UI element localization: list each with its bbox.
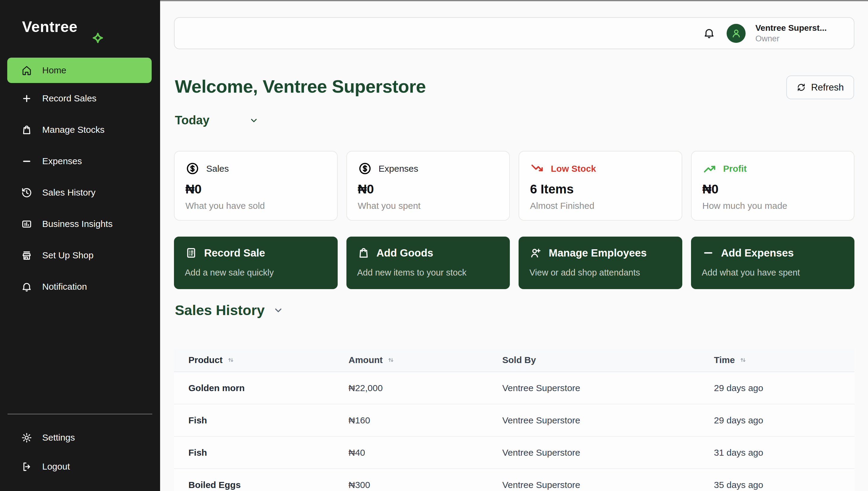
topbar: Ventree Superst... Owner (174, 17, 855, 49)
stat-value: ₦0 (185, 182, 202, 197)
sidebar-item-sales-history[interactable]: Sales History (7, 180, 152, 205)
stat-subtitle: What you spent (358, 201, 421, 211)
cell-product: Boiled Eggs (174, 480, 348, 490)
sidebar-item-label: Notification (42, 282, 87, 292)
table-row: Golden morn ₦22,000 Ventree Superstore 2… (174, 372, 855, 404)
table-row: Fish ₦40 Ventree Superstore 31 days ago (174, 437, 855, 469)
sidebar-item-label: Sales History (42, 187, 96, 198)
cell-time: 29 days ago (714, 415, 855, 426)
stat-value: 6 Items (530, 182, 574, 197)
chevron-down-icon[interactable] (273, 305, 284, 316)
sidebar-item-logout[interactable]: Logout (7, 454, 152, 479)
home-icon (21, 65, 32, 76)
column-label: Time (714, 355, 735, 365)
action-title: Record Sale (204, 247, 265, 259)
bar-chart-icon (21, 219, 32, 230)
refresh-button[interactable]: Refresh (786, 76, 854, 99)
add-goods-card[interactable]: Add Goods Add new items to your stock (346, 237, 510, 289)
record-sale-card[interactable]: Record Sale Add a new sale quickly (174, 237, 338, 289)
user-menu[interactable]: Ventree Superst... Owner (755, 23, 827, 44)
logo-text: Ventree (22, 19, 78, 35)
table-header-row: Product Amount Sold By Time (174, 349, 855, 372)
stat-label: Sales (206, 164, 229, 174)
sidebar-footer-nav: Settings Logout (0, 425, 160, 479)
notification-bell-icon[interactable] (703, 27, 715, 39)
history-icon (21, 187, 32, 198)
add-expenses-card[interactable]: Add Expenses Add what you have spent (691, 237, 855, 289)
minus-icon (21, 156, 32, 167)
sidebar-item-label: Expenses (42, 156, 82, 166)
sidebar-item-set-up-shop[interactable]: Set Up Shop (7, 242, 152, 268)
cell-amount: ₦160 (348, 415, 502, 426)
page-title: Welcome, Ventree Superstore (175, 76, 426, 97)
cell-product: Fish (174, 415, 348, 426)
window-top-edge (160, 0, 868, 1)
stat-label: Expenses (379, 164, 418, 174)
period-label: Today (175, 113, 210, 127)
sidebar-item-label: Logout (42, 461, 70, 472)
column-header-time[interactable]: Time (714, 355, 855, 365)
cell-sold-by: Ventree Superstore (502, 447, 714, 458)
bell-icon (21, 281, 32, 292)
cell-sold-by: Ventree Superstore (502, 415, 714, 426)
stat-card-low-stock: Low Stock 6 Items Almost Finished (519, 151, 682, 221)
minus-icon (702, 247, 715, 259)
dollar-circle-icon (185, 162, 199, 176)
sidebar-item-settings[interactable]: Settings (7, 425, 152, 450)
sidebar-item-record-sales[interactable]: Record Sales (7, 86, 152, 111)
sidebar-item-expenses[interactable]: Expenses (7, 148, 152, 174)
column-header-product[interactable]: Product (174, 355, 348, 365)
sidebar-item-business-insights[interactable]: Business Insights (7, 211, 152, 237)
sidebar-item-label: Set Up Shop (42, 250, 93, 260)
cell-product: Golden morn (174, 383, 348, 393)
sidebar-divider (7, 414, 152, 414)
gear-icon (21, 432, 32, 443)
sidebar-item-manage-stocks[interactable]: Manage Stocks (7, 117, 152, 142)
cell-sold-by: Ventree Superstore (502, 480, 714, 490)
sidebar: Ventree Home Record Sales Manage Stocks … (0, 0, 160, 491)
dollar-circle-icon (358, 162, 372, 176)
cell-time: 35 days ago (714, 480, 855, 490)
column-header-amount[interactable]: Amount (348, 355, 502, 365)
trending-up-icon (703, 162, 717, 176)
column-label: Amount (348, 355, 382, 365)
action-title: Add Expenses (721, 247, 794, 259)
sidebar-item-home[interactable]: Home (7, 58, 152, 83)
shopping-bag-icon (21, 124, 32, 136)
chevron-down-icon (249, 115, 259, 125)
storefront-icon (21, 250, 32, 261)
cell-sold-by: Ventree Superstore (502, 383, 714, 393)
cell-amount: ₦40 (348, 447, 502, 458)
stat-subtitle: How much you made (703, 201, 787, 211)
cell-amount: ₦22,000 (348, 383, 502, 393)
stat-subtitle: Almost Finished (530, 201, 594, 211)
sort-icon (227, 355, 235, 365)
plus-icon (21, 93, 32, 104)
sales-history-title: Sales History (175, 302, 265, 318)
sales-history-table: Product Amount Sold By Time Golden morn … (174, 349, 855, 491)
sales-history-section-header: Sales History (175, 302, 284, 318)
period-selector[interactable]: Today (175, 113, 259, 127)
table-row: Boiled Eggs ₦300 Ventree Superstore 35 d… (174, 469, 855, 491)
column-header-sold-by: Sold By (502, 355, 714, 365)
cell-amount: ₦300 (348, 480, 502, 490)
stat-card-profit: Profit ₦0 How much you made (691, 151, 855, 221)
logout-icon (21, 461, 32, 472)
sidebar-item-label: Settings (42, 432, 75, 443)
manage-employees-card[interactable]: Manage Employees View or add shop attend… (519, 237, 682, 289)
user-plus-icon (529, 247, 542, 259)
column-label: Sold By (502, 355, 536, 365)
app-logo: Ventree (22, 18, 78, 36)
trending-down-icon (530, 162, 544, 176)
sidebar-item-notification[interactable]: Notification (7, 274, 152, 299)
sidebar-item-label: Home (42, 65, 66, 76)
refresh-icon (797, 83, 806, 92)
sidebar-nav: Home Record Sales Manage Stocks Expenses… (0, 58, 160, 299)
cell-time: 29 days ago (714, 383, 855, 393)
action-title: Manage Employees (549, 247, 647, 259)
user-avatar[interactable] (726, 24, 746, 43)
sparkle-icon (91, 32, 105, 46)
app-window: Ventree Home Record Sales Manage Stocks … (0, 0, 868, 491)
stat-cards-row: Sales ₦0 What you have sold Expenses ₦0 … (174, 151, 855, 221)
refresh-label: Refresh (811, 82, 844, 93)
